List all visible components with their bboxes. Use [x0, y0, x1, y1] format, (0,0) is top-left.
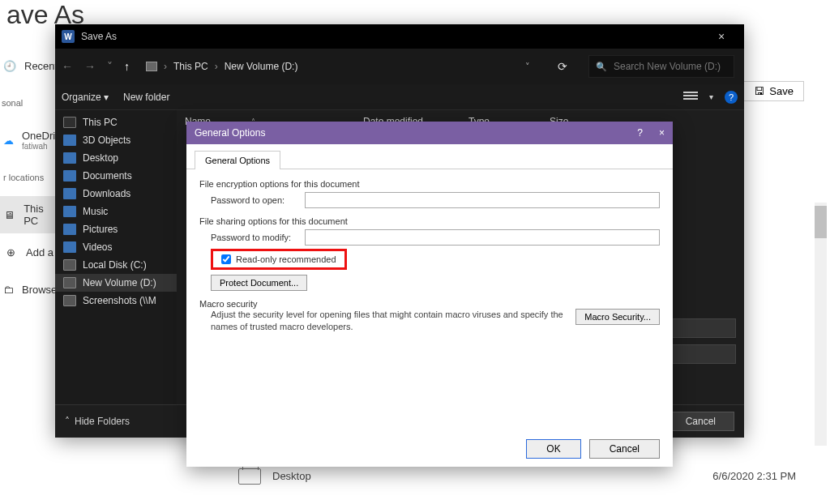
- bg-save-button[interactable]: 🖫Save: [743, 81, 804, 101]
- go-title: General Options: [195, 127, 265, 139]
- bc-root[interactable]: This PC: [173, 61, 208, 72]
- view-dd-icon[interactable]: ▾: [709, 92, 713, 101]
- tree-label: Screenshots (\\M: [83, 295, 156, 306]
- tree-label: Downloads: [83, 188, 130, 199]
- forward-icon[interactable]: →: [84, 60, 96, 73]
- go-close-icon[interactable]: ×: [659, 127, 665, 139]
- dialog-title: Save As: [81, 31, 117, 42]
- bg-add[interactable]: ⊕Add a: [0, 233, 55, 271]
- tree-item[interactable]: Pictures: [55, 220, 177, 238]
- folder-icon: [238, 468, 261, 485]
- pw-open-label: Password to open:: [211, 195, 300, 205]
- bg-label: Recent: [24, 60, 58, 72]
- bg-label: r locations: [3, 173, 44, 182]
- folder-icon: [63, 152, 76, 164]
- protect-document-button[interactable]: Protect Document...: [211, 275, 307, 291]
- word-icon: W: [62, 30, 75, 43]
- saveas-cancel-button[interactable]: Cancel: [667, 412, 734, 431]
- pc-icon: [63, 117, 76, 128]
- folder-icon: [63, 188, 76, 199]
- bg-label: This PC: [24, 203, 55, 227]
- tree-label: Documents: [83, 170, 132, 182]
- search-icon: 🔍: [596, 62, 607, 72]
- bg-label: sonal: [2, 98, 23, 108]
- bg-onedrive[interactable]: ☁OneDrifatiwah: [0, 122, 55, 159]
- go-help-icon[interactable]: ?: [637, 127, 643, 139]
- organize-button[interactable]: Organize ▾: [62, 92, 109, 103]
- search-box[interactable]: 🔍: [588, 55, 734, 78]
- macro-text: Adjust the security level for opening fi…: [211, 309, 566, 333]
- bg-desk-label: Desktop: [272, 470, 701, 482]
- tree-label: Local Disk (C:): [83, 259, 147, 271]
- enc-section-label: File encryption options for this documen…: [199, 179, 660, 189]
- tree-label: New Volume (D:): [83, 277, 156, 288]
- folder-icon: [63, 135, 76, 146]
- scrollbar[interactable]: [815, 203, 827, 446]
- tree-label: Videos: [83, 241, 112, 253]
- go-ok-button[interactable]: OK: [526, 439, 580, 459]
- pw-modify-input[interactable]: [305, 229, 660, 246]
- folder-icon: [63, 224, 76, 235]
- bg-thispc[interactable]: 🖥This PC: [0, 196, 55, 233]
- tree-item[interactable]: This PC: [55, 113, 177, 131]
- tree-item[interactable]: 3D Objects: [55, 131, 177, 149]
- tree-item[interactable]: Videos: [55, 238, 177, 256]
- general-options-dialog: General Options ? × General Options File…: [186, 122, 673, 467]
- tree-item[interactable]: New Volume (D:): [55, 274, 177, 292]
- tree-item[interactable]: Screenshots (\\M: [55, 292, 177, 310]
- tree-label: Music: [83, 206, 108, 217]
- share-section-label: File sharing options for this document: [199, 216, 660, 226]
- close-icon[interactable]: ×: [705, 30, 738, 43]
- tree-item[interactable]: Local Disk (C:): [55, 256, 177, 274]
- bc-sep: ›: [215, 61, 218, 72]
- tree-item[interactable]: Music: [55, 203, 177, 220]
- save-icon: 🖫: [754, 85, 764, 97]
- view-icon[interactable]: [683, 92, 698, 103]
- readonly-checkbox[interactable]: [221, 254, 231, 264]
- tree-item[interactable]: Desktop: [55, 149, 177, 167]
- folder-tree[interactable]: This PC3D ObjectsDesktopDocumentsDownloa…: [55, 110, 177, 404]
- recent-dd-icon[interactable]: ˅: [107, 60, 113, 73]
- drive-icon: [146, 62, 157, 71]
- folder-icon: [63, 170, 76, 182]
- caret-up-icon: ˄: [65, 416, 70, 427]
- readonly-highlight: Read-only recommended: [211, 249, 347, 270]
- refresh-icon[interactable]: ⟳: [553, 60, 572, 73]
- pw-open-input[interactable]: [305, 192, 660, 208]
- bg-label: Browse: [22, 284, 57, 296]
- drive-icon: [63, 259, 76, 271]
- hide-folders-button[interactable]: ˄ Hide Folders: [65, 416, 130, 427]
- macro-security-button[interactable]: Macro Security...: [575, 309, 660, 325]
- folder-icon: [63, 206, 76, 217]
- bg-recent[interactable]: 🕘Recent: [0, 47, 55, 84]
- tree-label: This PC: [83, 117, 118, 128]
- help-icon[interactable]: ?: [725, 91, 738, 104]
- tree-label: Pictures: [83, 224, 118, 235]
- drive-icon: [63, 277, 76, 288]
- bg-desk-date: 6/6/2020 2:31 PM: [712, 470, 796, 482]
- back-icon[interactable]: ←: [62, 60, 73, 73]
- pw-modify-label: Password to modify:: [211, 233, 300, 242]
- go-cancel-button[interactable]: Cancel: [589, 439, 660, 459]
- breadcrumb-dd-icon[interactable]: ˅: [514, 62, 541, 72]
- up-icon[interactable]: ↑: [124, 60, 130, 73]
- readonly-label: Read-only recommended: [236, 254, 336, 264]
- go-tab[interactable]: General Options: [195, 151, 280, 169]
- breadcrumb[interactable]: › This PC › New Volume (D:): [146, 61, 297, 72]
- bc-folder[interactable]: New Volume (D:): [225, 61, 298, 72]
- drive-icon: [63, 295, 76, 306]
- save-label: Save: [769, 85, 794, 97]
- bg-loc: r locations: [0, 159, 55, 196]
- tree-label: 3D Objects: [83, 135, 130, 146]
- macro-section-label: Macro security: [199, 299, 660, 309]
- bg-sonal: sonal: [0, 84, 55, 122]
- bg-label: Add a: [26, 246, 53, 258]
- tree-item[interactable]: Downloads: [55, 185, 177, 203]
- tree-label: Desktop: [83, 152, 118, 164]
- new-folder-button[interactable]: New folder: [123, 92, 169, 103]
- bg-browse[interactable]: 🗀Browse: [0, 271, 55, 308]
- tree-item[interactable]: Documents: [55, 167, 177, 185]
- folder-icon: [63, 241, 76, 253]
- search-input[interactable]: [614, 61, 735, 72]
- bc-sep: ›: [164, 61, 167, 72]
